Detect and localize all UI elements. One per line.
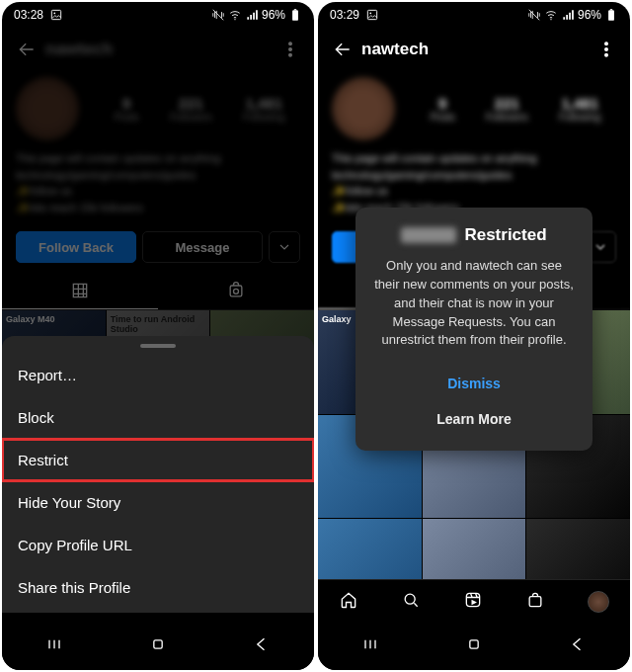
svg-point-18	[605, 42, 608, 45]
statusbar: 03:28 96%	[2, 2, 314, 28]
modal-dismiss-button[interactable]: Dismiss	[373, 366, 575, 401]
ig-shop[interactable]	[525, 590, 545, 614]
modal-learn-more-button[interactable]: Learn More	[373, 401, 575, 437]
profile-avatar[interactable]	[332, 77, 395, 140]
statusbar: 03:29 96%	[318, 2, 630, 28]
arrow-left-icon	[333, 40, 353, 59]
svg-rect-0	[51, 10, 60, 19]
svg-rect-5	[294, 9, 296, 10]
status-time: 03:29	[330, 8, 359, 22]
battery-pct: 96%	[262, 8, 285, 22]
phone-left: 03:28 96% nawtech	[2, 2, 314, 670]
android-navbar	[318, 623, 630, 670]
sheet-hide-story[interactable]: Hide Your Story	[2, 481, 314, 524]
stat-following[interactable]: 1,481Following	[559, 95, 600, 123]
modal-title: Restricted	[464, 225, 546, 245]
sheet-share-profile[interactable]: Share this Profile	[2, 566, 314, 609]
svg-rect-22	[466, 593, 479, 606]
profile-username: nawtech	[357, 40, 592, 59]
dots-vertical-icon	[596, 40, 616, 59]
vibrate-icon	[211, 8, 225, 22]
restricted-modal: Restricted Only you and nawtech can see …	[356, 208, 592, 451]
svg-point-15	[550, 19, 551, 20]
svg-point-13	[369, 12, 371, 14]
sheet-block[interactable]: Block	[2, 396, 314, 439]
svg-rect-16	[608, 10, 614, 20]
modal-body: Only you and nawtech can see their new c…	[373, 257, 575, 350]
vibrate-icon	[527, 8, 541, 22]
svg-point-19	[605, 48, 608, 51]
back-angle-icon	[252, 634, 272, 654]
svg-rect-11	[154, 640, 162, 648]
instagram-navbar	[318, 579, 630, 623]
nav-recent[interactable]	[360, 634, 380, 658]
back-button[interactable]	[328, 40, 357, 59]
svg-rect-24	[470, 640, 478, 648]
sheet-report[interactable]: Report…	[2, 354, 314, 396]
battery-icon	[288, 8, 302, 22]
sheet-copy-url[interactable]: Copy Profile URL	[2, 524, 314, 566]
battery-icon	[604, 8, 618, 22]
house-icon	[339, 590, 358, 610]
svg-rect-23	[529, 596, 541, 606]
nav-home[interactable]	[464, 634, 484, 658]
status-time: 03:28	[14, 8, 43, 22]
svg-point-21	[405, 594, 415, 604]
modal-username-blur	[401, 227, 456, 243]
menu-button[interactable]	[592, 40, 620, 59]
pic-icon	[365, 8, 379, 22]
profile-info: 9Posts 221Followers 1,481Following This …	[318, 71, 630, 221]
svg-rect-17	[610, 9, 612, 10]
svg-point-20	[605, 54, 608, 57]
sheet-handle[interactable]	[140, 344, 176, 348]
nav-back[interactable]	[252, 634, 272, 658]
stat-followers[interactable]: 221Followers	[486, 95, 528, 123]
nav-recent[interactable]	[44, 634, 64, 658]
svg-point-3	[234, 19, 235, 20]
nav-home[interactable]	[148, 634, 168, 658]
phone-right: 03:29 96% nawtech	[318, 2, 630, 670]
battery-pct: 96%	[578, 8, 601, 22]
ig-reels[interactable]	[463, 590, 483, 614]
profile-bio: This page will contain updates on anythi…	[332, 150, 616, 215]
ig-search[interactable]	[401, 590, 421, 614]
reels-icon	[463, 590, 483, 610]
search-icon	[401, 590, 421, 610]
svg-rect-12	[367, 10, 376, 19]
action-sheet: Report… Block Restrict Hide Your Story C…	[2, 336, 314, 613]
home-square-icon	[148, 634, 168, 654]
recent-icon	[44, 634, 64, 654]
signal-icon	[245, 8, 259, 22]
thumb-label: Galaxy	[322, 314, 352, 324]
ig-home[interactable]	[339, 590, 358, 614]
recent-icon	[360, 634, 380, 654]
signal-icon	[561, 8, 575, 22]
profile-header: nawtech	[318, 28, 630, 71]
wifi-icon	[228, 8, 242, 22]
svg-point-1	[53, 12, 55, 14]
pic-icon	[49, 8, 63, 22]
sheet-restrict[interactable]: Restrict	[2, 439, 314, 481]
shop-icon	[525, 590, 545, 610]
svg-rect-4	[292, 10, 298, 20]
stat-posts[interactable]: 9Posts	[431, 95, 455, 123]
wifi-icon	[544, 8, 558, 22]
chevron-down-icon	[592, 239, 608, 255]
home-square-icon	[464, 634, 484, 654]
ig-profile[interactable]	[588, 591, 609, 613]
back-angle-icon	[568, 634, 588, 654]
android-navbar	[2, 623, 314, 670]
nav-back[interactable]	[568, 634, 588, 658]
